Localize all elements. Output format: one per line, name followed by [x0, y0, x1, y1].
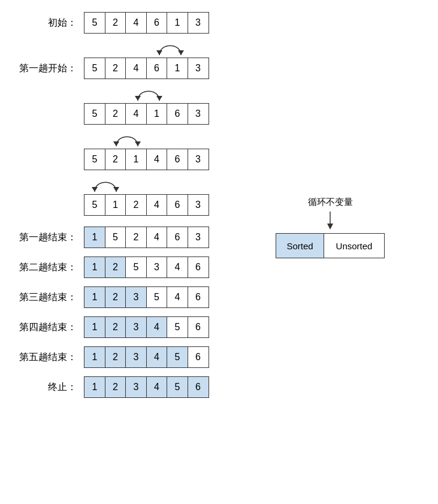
cell: 3 — [188, 194, 209, 216]
cell-sorted: 1 — [84, 256, 105, 278]
cell-sorted: 1 — [84, 346, 105, 368]
row-pass2-end: 第二趟结束： 1 2 5 3 4 6 — [18, 256, 420, 278]
cell-sorted: 2 — [105, 256, 126, 278]
cell: 4 — [146, 194, 168, 216]
cell: 1 — [167, 58, 188, 79]
cell: 6 — [146, 12, 168, 34]
legend-title: 循环不变量 — [276, 197, 385, 208]
cell: 3 — [188, 12, 209, 34]
cell: 2 — [125, 194, 147, 216]
cell: 2 — [105, 103, 126, 125]
label-pass5-end: 第五趟结束： — [18, 351, 84, 364]
main-content: 初始： 5 2 4 6 1 3 第一趟开始： — [18, 12, 420, 398]
cell-sorted: 4 — [146, 376, 168, 398]
cell-sorted: 1 — [84, 316, 105, 338]
cell: 2 — [125, 227, 147, 248]
cell: 2 — [105, 12, 126, 34]
svg-marker-0 — [178, 50, 184, 55]
cell: 6 — [146, 58, 168, 79]
cell: 1 — [105, 194, 126, 216]
svg-marker-6 — [113, 187, 119, 192]
svg-marker-9 — [327, 224, 333, 230]
arrow-container-2 — [84, 85, 420, 103]
cell: 4 — [146, 227, 168, 248]
cell: 5 — [84, 103, 105, 125]
cell: 5 — [84, 149, 105, 170]
row-group-3: 5 2 1 4 6 3 — [18, 131, 420, 170]
cell: 1 — [167, 12, 188, 34]
array-step-4: 5 1 2 4 6 3 — [84, 194, 208, 216]
cell-sorted: 1 — [84, 376, 105, 398]
array-step-2: 5 2 4 1 6 3 — [84, 103, 208, 125]
cell-sorted: 4 — [146, 346, 168, 368]
cell-sorted: 5 — [167, 376, 188, 398]
cell-sorted: 6 — [188, 376, 209, 398]
arrow-container-3 — [84, 131, 420, 149]
label-pass3-end: 第三趟结束： — [18, 291, 84, 304]
cell: 1 — [125, 149, 147, 170]
cell-sorted: 2 — [105, 286, 126, 308]
cell-sorted: 5 — [167, 346, 188, 368]
arrow-container-1 — [84, 40, 420, 58]
cell: 4 — [125, 103, 147, 125]
cell: 5 — [84, 12, 105, 34]
array-end: 1 2 3 4 5 6 — [84, 376, 208, 398]
cell: 6 — [167, 103, 188, 125]
cell: 5 — [84, 194, 105, 216]
arrow-container-4 — [84, 176, 420, 194]
cell: 3 — [188, 227, 209, 248]
cell: 3 — [188, 58, 209, 79]
cell-sorted: 1 — [84, 227, 105, 248]
array-pass1-start: 5 2 4 6 1 3 — [84, 58, 208, 79]
cell: 3 — [188, 103, 209, 125]
legend-sorted-box: Sorted — [276, 234, 324, 258]
array-initial: 5 2 4 6 1 3 — [84, 12, 208, 34]
swap-arrow-svg-1 — [84, 40, 216, 58]
label-end: 终止： — [18, 381, 84, 394]
cell: 6 — [188, 316, 209, 338]
cell: 4 — [125, 12, 147, 34]
cell: 6 — [167, 194, 188, 216]
label-initial: 初始： — [18, 17, 84, 29]
row-pass4-end: 第四趟结束： 1 2 3 4 5 6 — [18, 316, 420, 338]
cell-sorted: 4 — [146, 316, 168, 338]
row-step-3: 5 2 1 4 6 3 — [18, 149, 420, 170]
row-end: 终止： 1 2 3 4 5 6 — [18, 376, 420, 398]
cell: 6 — [167, 149, 188, 170]
cell: 6 — [188, 346, 209, 368]
row-group-1: 第一趟开始： 5 2 4 6 1 3 — [18, 40, 420, 79]
legend-unsorted-box: Unsorted — [324, 234, 384, 258]
array-pass2-end: 1 2 5 3 4 6 — [84, 256, 208, 278]
array-step-3: 5 2 1 4 6 3 — [84, 149, 208, 170]
cell: 4 — [167, 286, 188, 308]
svg-marker-1 — [156, 50, 162, 55]
cell: 4 — [146, 149, 168, 170]
cell: 4 — [167, 256, 188, 278]
swap-arrow-svg-3 — [84, 131, 216, 149]
cell-sorted: 3 — [125, 286, 147, 308]
swap-arrow-svg-2 — [84, 85, 216, 103]
svg-marker-7 — [92, 187, 98, 192]
svg-marker-4 — [135, 141, 141, 146]
label-pass1-end: 第一趟结束： — [18, 231, 84, 244]
svg-marker-5 — [113, 141, 119, 146]
cell: 1 — [146, 103, 168, 125]
legend-boxes: Sorted Unsorted — [276, 233, 385, 258]
array-pass4-end: 1 2 3 4 5 6 — [84, 316, 208, 338]
array-pass5-end: 1 2 3 4 5 6 — [84, 346, 208, 368]
cell: 6 — [188, 286, 209, 308]
cell: 5 — [105, 227, 126, 248]
cell-sorted: 1 — [84, 286, 105, 308]
legend-arrow — [276, 212, 385, 231]
cell: 3 — [188, 149, 209, 170]
row-pass1-start: 第一趟开始： 5 2 4 6 1 3 — [18, 58, 420, 79]
label-pass4-end: 第四趟结束： — [18, 321, 84, 334]
cell-sorted: 2 — [105, 376, 126, 398]
cell-sorted: 3 — [125, 316, 147, 338]
svg-marker-2 — [156, 96, 162, 101]
cell: 5 — [167, 316, 188, 338]
cell-sorted: 3 — [125, 376, 147, 398]
row-initial: 初始： 5 2 4 6 1 3 — [18, 12, 420, 34]
legend: 循环不变量 Sorted Unsorted — [276, 197, 385, 258]
cell: 3 — [146, 256, 168, 278]
